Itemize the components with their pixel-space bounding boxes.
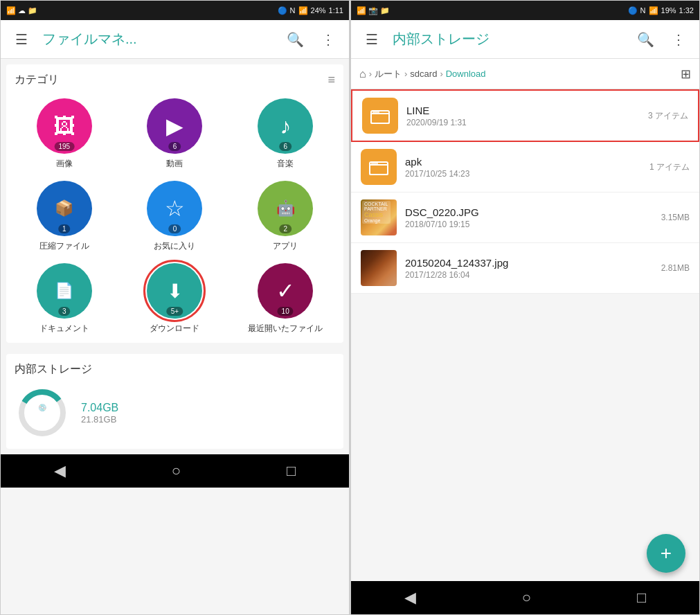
category-circle-favorites: ☆ 0 — [147, 181, 202, 236]
storage-section: 内部ストレージ 💿 7.04GB 21.81GB — [6, 354, 343, 449]
category-circle-recent: ✓ 10 — [258, 263, 313, 319]
right-time: 1:32 — [679, 6, 694, 15]
breadcrumb-sep-1: › — [369, 69, 372, 79]
line-folder-size: 3 アイテム — [648, 110, 688, 122]
breadcrumb-bar: ⌂ › ルート › sdcard › Download ⊞ — [351, 59, 699, 89]
breadcrumb-sdcard[interactable]: sdcard — [410, 69, 437, 79]
apk-folder-icon — [361, 149, 397, 185]
docs-label: ドキュメント — [39, 323, 89, 335]
apps-badge: 2 — [279, 224, 291, 233]
dsc-thumbnail: COCKTAILPARTNERCassisOrange — [361, 199, 397, 235]
category-list-icon[interactable]: ≡ — [327, 73, 335, 87]
breadcrumb-view-toggle[interactable]: ⊞ — [681, 66, 691, 82]
category-item-downloads[interactable]: ⬇ 5+ ダウンロード — [125, 263, 225, 335]
right-wifi-icon: 📶 — [649, 6, 658, 15]
category-item-apps[interactable]: 🤖 2 アプリ — [235, 181, 335, 252]
breadcrumb-current[interactable]: Download — [446, 69, 486, 79]
apk-folder-date: 2017/10/25 14:23 — [405, 169, 641, 179]
video-label: 動画 — [166, 158, 183, 170]
right-nfc-icon: N — [640, 6, 646, 15]
right-app-title: 内部ストレージ — [393, 30, 625, 48]
category-grid: 🖼 195 画像 ▶ 6 動画 ♪ 6 — [15, 98, 335, 335]
category-item-music[interactable]: ♪ 6 音楽 — [235, 98, 335, 170]
apk-folder-info: apk 2017/10/25 14:23 — [405, 156, 641, 179]
category-item-favorites[interactable]: ☆ 0 お気に入り — [125, 181, 225, 252]
images-label: 画像 — [56, 158, 73, 170]
breadcrumb-sep-2: › — [404, 69, 407, 79]
music-label: 音楽 — [277, 158, 294, 170]
breadcrumb-home-icon[interactable]: ⌂ — [359, 68, 366, 80]
category-section: カテゴリ ≡ 🖼 195 画像 ▶ 6 — [6, 64, 343, 343]
photo-file-size: 2.81MB — [661, 263, 690, 273]
favorites-badge: 0 — [169, 224, 181, 233]
left-back-button[interactable]: ◀ — [54, 462, 66, 480]
folder-svg — [370, 105, 391, 126]
storage-text: 7.04GB 21.81GB — [81, 402, 118, 425]
category-title: カテゴリ — [15, 73, 59, 87]
right-recent-button[interactable]: □ — [637, 589, 646, 607]
dsc-file-name: DSC_0220.JPG — [405, 206, 653, 218]
video-icon: ▶ — [166, 113, 183, 139]
category-circle-apps: 🤖 2 — [258, 181, 313, 236]
line-folder-icon — [362, 98, 398, 134]
right-more-icon: ⋮ — [672, 31, 685, 48]
storage-used: 7.04GB — [81, 402, 118, 414]
left-more-icon: ⋮ — [321, 31, 335, 48]
apk-folder-size: 1 アイテム — [649, 161, 690, 173]
apps-icon: 🤖 — [276, 199, 295, 217]
left-notif-icons: 📶 ☁ 📁 — [6, 6, 37, 15]
file-item-apk[interactable]: apk 2017/10/25 14:23 1 アイテム — [351, 142, 699, 193]
archive-label: 圧縮ファイル — [39, 240, 89, 252]
category-item-video[interactable]: ▶ 6 動画 — [125, 98, 225, 170]
file-list: LINE 2020/09/19 1:31 3 アイテム apk 2017/10/… — [351, 89, 699, 581]
file-item-photo[interactable]: 20150204_124337.jpg 2017/12/28 16:04 2.8… — [351, 243, 699, 294]
left-time: 1:11 — [329, 6, 343, 15]
category-item-images[interactable]: 🖼 195 画像 — [15, 98, 114, 170]
line-folder-name: LINE — [406, 105, 640, 116]
right-screen: 📶 📸 📁 🔵 N 📶 19% 1:32 ☰ 内部ストレージ 🔍 ⋮ — [350, 0, 700, 615]
photo-thumbnail — [361, 250, 397, 286]
left-search-icon: 🔍 — [287, 31, 304, 48]
breadcrumb-sep-3: › — [440, 69, 442, 79]
right-search-button[interactable]: 🔍 — [633, 27, 658, 52]
left-screen: 📶 ☁ 📁 🔵 N 📶 24% 1:11 ☰ ファイルマネ... 🔍 ⋮ — [0, 0, 350, 615]
right-home-button[interactable]: ○ — [522, 589, 531, 607]
left-wifi-icon: 📶 — [298, 6, 308, 15]
right-status-right: 🔵 N 📶 19% 1:32 — [628, 6, 694, 15]
music-icon: ♪ — [280, 114, 291, 139]
left-more-button[interactable]: ⋮ — [316, 27, 341, 52]
file-item-dsc[interactable]: COCKTAILPARTNERCassisOrange DSC_0220.JPG… — [351, 193, 699, 243]
left-search-button[interactable]: 🔍 — [282, 27, 307, 52]
left-recent-button[interactable]: □ — [287, 462, 296, 480]
left-status-bar: 📶 ☁ 📁 🔵 N 📶 24% 1:11 — [1, 1, 349, 20]
breadcrumb-root[interactable]: ルート — [375, 68, 402, 80]
right-more-button[interactable]: ⋮ — [666, 27, 691, 52]
storage-circle-container: 💿 — [15, 385, 70, 440]
right-menu-button[interactable]: ☰ — [359, 27, 384, 52]
storage-content: 💿 7.04GB 21.81GB — [15, 385, 335, 440]
category-circle-archive: 📦 1 — [37, 181, 92, 236]
category-circle-images: 🖼 195 — [37, 98, 92, 154]
dsc-file-date: 2018/07/10 19:15 — [405, 220, 653, 229]
recent-icon: ✓ — [276, 278, 295, 304]
line-folder-info: LINE 2020/09/19 1:31 — [406, 105, 640, 127]
archive-badge: 1 — [58, 224, 71, 233]
category-item-archive[interactable]: 📦 1 圧縮ファイル — [15, 181, 114, 252]
storage-total: 21.81GB — [81, 414, 118, 425]
dsc-file-size: 3.15MB — [661, 213, 690, 222]
right-app-bar: ☰ 内部ストレージ 🔍 ⋮ — [351, 20, 699, 59]
fab-add-button[interactable]: + — [647, 534, 685, 573]
left-menu-button[interactable]: ☰ — [9, 27, 34, 52]
right-battery: 19% — [661, 6, 676, 15]
left-menu-icon: ☰ — [15, 31, 28, 48]
archive-icon: 📦 — [55, 199, 73, 217]
left-app-title: ファイルマネ... — [42, 30, 274, 48]
category-circle-downloads: ⬇ 5+ — [147, 263, 202, 319]
left-home-button[interactable]: ○ — [172, 462, 181, 480]
category-item-recent[interactable]: ✓ 10 最近開いたファイル — [235, 263, 335, 335]
music-badge: 6 — [279, 142, 291, 151]
photo-file-info: 20150204_124337.jpg 2017/12/28 16:04 — [405, 257, 653, 280]
category-item-docs[interactable]: 📄 3 ドキュメント — [15, 263, 114, 335]
file-item-line[interactable]: LINE 2020/09/19 1:31 3 アイテム — [351, 89, 699, 142]
right-back-button[interactable]: ◀ — [404, 589, 416, 607]
